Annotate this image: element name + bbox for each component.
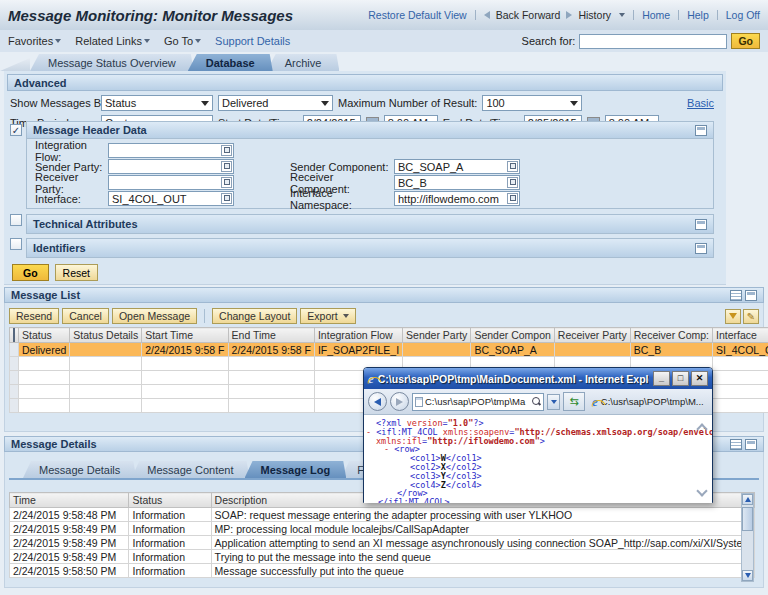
tab-message-details[interactable]: Message Details <box>23 461 136 478</box>
restore-default-view-link[interactable]: Restore Default View <box>368 9 466 21</box>
value-help-icon[interactable] <box>221 177 232 188</box>
help-link[interactable]: Help <box>687 9 709 21</box>
log-scrollbar[interactable] <box>741 493 754 582</box>
address-dropdown[interactable] <box>547 394 560 410</box>
column-header-receiver-comp[interactable]: Receiver Comp: <box>630 328 712 343</box>
maximize-button[interactable]: □ <box>672 371 689 386</box>
column-header-start-time[interactable]: Start Time <box>142 328 228 343</box>
status-select[interactable]: Delivered <box>218 95 333 111</box>
table-row[interactable]: Delivered2/24/2015 9:58 F2/24/2015 9:58 … <box>10 343 768 357</box>
value-help-icon[interactable] <box>221 145 232 156</box>
search-input[interactable] <box>579 34 727 49</box>
address-bar[interactable]: C:\usr\sap\POP\tmp\Ma <box>412 393 544 411</box>
open-message-button[interactable]: Open Message <box>112 308 197 324</box>
value-help-icon[interactable] <box>507 161 518 172</box>
show-messages-by-select[interactable]: Status <box>101 95 213 111</box>
chevron-down-icon <box>551 400 557 404</box>
expand-icon[interactable] <box>695 219 707 230</box>
column-header-integration-flow[interactable]: Integration Flow <box>314 328 402 343</box>
collapse-icon[interactable] <box>745 439 757 450</box>
section-checkbox[interactable] <box>10 214 22 226</box>
tab-database[interactable]: Database <box>188 54 273 71</box>
tab-message-log[interactable]: Message Log <box>245 461 347 478</box>
export-button[interactable]: Export <box>300 308 355 324</box>
logoff-link[interactable]: Log Off <box>726 9 760 21</box>
support-details-link[interactable]: Support Details <box>215 35 290 47</box>
search-icon[interactable] <box>532 397 541 406</box>
back-arrow-icon[interactable] <box>484 11 490 19</box>
column-header-end-time[interactable]: End Time <box>228 328 314 343</box>
tab-message-content[interactable]: Message Content <box>131 461 249 478</box>
value-help-icon[interactable] <box>507 193 518 204</box>
row-selector-cell[interactable] <box>10 357 19 371</box>
section-checkbox[interactable] <box>10 238 22 250</box>
column-header-status-details[interactable]: Status Details <box>70 328 142 343</box>
refresh-button[interactable]: ⇆ <box>563 392 585 411</box>
log-column-time[interactable]: Time <box>10 493 129 508</box>
input-interface[interactable]: SI_4COL_OUT <box>108 191 234 206</box>
input-sender-component[interactable]: BC_SOAP_A <box>394 159 520 174</box>
value-help-icon[interactable] <box>221 193 232 204</box>
change-layout-button[interactable]: Change Layout <box>212 308 297 324</box>
log-row[interactable]: 2/24/2015 9:58:49 PMInformationTrying to… <box>10 550 755 564</box>
cancel-button[interactable]: Cancel <box>62 308 109 324</box>
column-header-receiver-party[interactable]: Receiver Party <box>554 328 630 343</box>
scroll-up-button[interactable] <box>742 494 753 505</box>
scroll-down-button[interactable] <box>742 570 753 581</box>
minimize-button[interactable]: _ <box>653 371 670 386</box>
go-button[interactable]: Go <box>12 264 49 281</box>
popup-titlebar[interactable]: e C:\usr\sap\POP\tmp\MainDocument.xml - … <box>364 368 712 389</box>
personalize-button[interactable]: ✎ <box>743 309 759 324</box>
scroll-thumb[interactable] <box>742 507 753 531</box>
row-selector-cell[interactable] <box>10 343 19 357</box>
resend-button[interactable]: Resend <box>9 308 59 324</box>
close-button[interactable]: ✕ <box>691 371 708 386</box>
menu-favorites[interactable]: Favorites <box>8 35 61 47</box>
column-header-status[interactable]: Status <box>19 328 70 343</box>
collapse-icon[interactable] <box>745 290 757 301</box>
row-selector-cell[interactable] <box>10 399 19 413</box>
log-row[interactable]: 2/24/2015 9:58:49 PMInformationMP: proce… <box>10 522 755 536</box>
menu-go-to[interactable]: Go To <box>164 35 201 47</box>
view-options-icon[interactable] <box>730 439 742 450</box>
row-selector-cell[interactable] <box>10 371 19 385</box>
input-receiver-party[interactable] <box>108 175 234 190</box>
expand-icon[interactable] <box>695 243 707 254</box>
value-help-icon[interactable] <box>221 161 232 172</box>
reset-button[interactable]: Reset <box>55 264 98 281</box>
header-data-checkbox[interactable]: ✓ <box>10 124 22 136</box>
column-header-sender-compon[interactable]: Sender Compon <box>471 328 554 343</box>
popup-navbar: C:\usr\sap\POP\tmp\Ma ⇆ e C:\usr\sap\POP… <box>364 389 712 415</box>
log-row[interactable]: 2/24/2015 9:58:50 PMInformationMessage s… <box>10 564 755 578</box>
browser-tab[interactable]: e C:\usr\sap\POP\tmp\M... <box>588 392 708 412</box>
history-menu[interactable]: History <box>578 9 611 21</box>
view-options-icon[interactable] <box>730 290 742 301</box>
input-interface-namespace[interactable]: http://iflowdemo.com <box>394 191 520 206</box>
filter-button[interactable] <box>725 309 741 324</box>
basic-link[interactable]: Basic <box>687 97 714 109</box>
search-go-button[interactable]: Go <box>731 33 760 49</box>
max-results-select[interactable]: 100 <box>482 95 582 111</box>
row-selector-header[interactable] <box>10 328 19 343</box>
value-help-icon[interactable] <box>507 177 518 188</box>
input-sender-party[interactable] <box>108 159 234 174</box>
log-row[interactable]: 2/24/2015 9:58:48 PMInformationSOAP: req… <box>10 508 755 522</box>
forward-arrow-icon[interactable] <box>566 11 572 19</box>
log-column-status[interactable]: Status <box>129 493 211 508</box>
input-receiver-component[interactable]: BC_B <box>394 175 520 190</box>
menu-related-links[interactable]: Related Links <box>75 35 150 47</box>
log-row[interactable]: 2/24/2015 9:58:49 PMInformationApplicati… <box>10 536 755 550</box>
forward-button[interactable] <box>390 392 409 411</box>
cell <box>403 343 471 357</box>
home-link[interactable]: Home <box>642 9 670 21</box>
column-header-interface[interactable]: Interface <box>712 328 768 343</box>
row-selector-cell[interactable] <box>10 385 19 399</box>
main-tabstrip: Message Status OverviewDatabaseArchive <box>0 52 768 71</box>
back-button[interactable] <box>368 392 387 411</box>
tab-archive[interactable]: Archive <box>267 54 340 71</box>
tab-message-status-overview[interactable]: Message Status Overview <box>30 54 194 71</box>
cell <box>712 371 768 385</box>
collapse-icon[interactable] <box>695 125 707 136</box>
column-header-sender-party[interactable]: Sender Party <box>403 328 471 343</box>
input-integration-flow[interactable] <box>108 143 234 158</box>
